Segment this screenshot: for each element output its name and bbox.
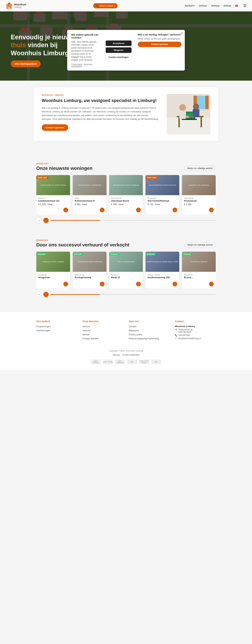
property-body: Maastricht Brusse... <box>182 272 216 282</box>
footer-link[interactable]: Beheer <box>82 333 90 336</box>
footer-link[interactable]: Contact <box>129 325 136 328</box>
footer-link[interactable]: Protocol toewijzing huurwoning <box>129 337 159 340</box>
property-detail-button[interactable]: › <box>100 208 104 212</box>
direct-contact-button[interactable]: 📞 Direct contact ▾ <box>93 3 118 8</box>
cookie-banner: Wij maken gebruik van cookies! Hallo, de… <box>67 30 185 70</box>
property-body: Berg en Terblijt Geulhemmerweg 22D <box>146 272 179 282</box>
sold-header: WONINGEN Door ons succesvol verhuurd of … <box>36 239 216 248</box>
svg-point-49 <box>179 104 186 111</box>
property-detail-button[interactable]: › <box>172 208 177 212</box>
footer-link[interactable]: Verkoop <box>82 329 90 332</box>
nav-beheer[interactable]: Beheer <box>224 4 231 7</box>
about-contact-button[interactable]: Contact opnemen <box>42 124 68 131</box>
property-image: Brusselseweg, Maastricht Verhuurd <box>182 252 216 272</box>
property-street: Geulhemmerweg 22D <box>148 276 177 279</box>
footer-bottom-link[interactable]: Sitemap <box>112 354 120 356</box>
footer-link[interactable]: Privacy policy <box>129 333 142 336</box>
property-street: Brusse... <box>184 276 214 279</box>
language-flag[interactable]: 🇬🇧 <box>235 4 239 7</box>
partner-logo: Logo - Funda <box>103 360 113 364</box>
newest-carousel-next[interactable]: › <box>43 218 49 223</box>
property-city: Hoensbroek <box>111 197 141 199</box>
property-detail-button[interactable]: › <box>172 282 177 286</box>
copyright-text: Copyright © 2025 · Woonhuis Limburg <box>36 350 216 352</box>
logo[interactable]: Woonhuis Limburg <box>6 2 26 10</box>
sold-carousel-prev[interactable]: ‹ <box>36 292 42 297</box>
footer-link[interactable]: Energie afsluiten <box>82 337 99 340</box>
reject-cookies-button[interactable]: Weigeren <box>106 47 132 53</box>
about-image <box>167 94 210 134</box>
property-body: Valkenburg Koninginneweg <box>73 272 106 282</box>
partner-logo: Logo - <box>127 360 137 364</box>
accept-cookies-button[interactable]: Accepteren <box>106 40 132 46</box>
contact-btn-label: Direct contact <box>100 4 113 7</box>
property-price: € 1.125,- /mnd <box>38 203 68 206</box>
property-badge: Verhuurd <box>182 253 192 256</box>
property-detail-button[interactable]: › <box>136 208 141 212</box>
hero-section: Eenvoudig je nieuwe thuis vinden bij Woo… <box>0 0 252 81</box>
footer-diensten-title: Onze diensten <box>82 320 123 323</box>
cookie-title: Wij maken gebruik van cookies! <box>71 33 99 39</box>
newest-carousel-controls: ‹ › <box>36 218 216 223</box>
footer-email-text: info@woonhuislimburg.nl <box>178 337 201 340</box>
footer-phone-text: 043-8521587 <box>178 334 190 336</box>
sold-carousel-next[interactable]: › <box>43 292 49 297</box>
property-city: Landgraaf <box>38 274 68 276</box>
privacy-link[interactable]: Privacybeleid <box>71 63 82 65</box>
footer-contact-phone: 📞 043-8521587 <box>175 334 216 336</box>
svg-point-52 <box>193 104 199 110</box>
newest-section: UITGELICHT Onze nieuwste woningen Bekijk… <box>0 154 252 231</box>
about-text: Wilt u uw woning in Limburg verkopen of … <box>42 106 158 121</box>
hero-cta-button[interactable]: Ons woningaanbod <box>11 60 41 67</box>
sell-box-close[interactable]: ✕ <box>181 32 183 35</box>
property-body: Hoensbroek Akerstraat Noord € 740,- /mnd <box>109 195 143 208</box>
about-tag: WOONHUIS LIMBURG <box>42 94 158 96</box>
about-section-outer: WOONHUIS LIMBURG Woonhuis Limburg, uw va… <box>0 87 252 154</box>
property-detail-button[interactable]: › <box>63 282 68 286</box>
footer-link[interactable]: Verhuur <box>82 325 90 328</box>
footer-bottom-link[interactable]: Cookie-instellingen <box>122 354 140 356</box>
logo-name: Woonhuis <box>14 3 26 6</box>
footer-contact-title: Contact <box>175 320 216 323</box>
footer-contact-name: Woonhuis Limburg <box>175 325 216 328</box>
property-image: Akerstraat Noord, 6431HT Hoensbroek <box>109 175 143 195</box>
logo-sub: Limburg <box>14 6 26 8</box>
hamburger-icon[interactable]: ☰ <box>243 4 246 8</box>
property-footer: › <box>146 208 179 214</box>
property-detail-button[interactable]: › <box>100 282 104 286</box>
sold-view-all-button[interactable]: Bekijk ons volledige aanbod <box>184 242 216 248</box>
property-detail-button[interactable]: › <box>209 282 214 286</box>
sold-section: WONINGEN Door ons succesvol verhuurd of … <box>0 231 252 305</box>
property-price: € 722,- /mnd <box>148 203 177 206</box>
footer-link[interactable]: Huurwoningen <box>36 329 50 332</box>
nav-verkoop[interactable]: Verkoop <box>211 4 220 7</box>
property-body: Landgraaf Hoogstraat <box>36 272 70 282</box>
nav-aanbod[interactable]: Aanbod ▾ <box>185 4 194 7</box>
newest-view-all-button[interactable]: Bekijk ons volledige aanbod <box>184 166 216 171</box>
property-detail-button[interactable]: › <box>209 208 214 212</box>
footer-over-title: Over ons <box>129 320 170 323</box>
sell-title: Wilt u uw woning verkopen / verhuren? <box>138 33 182 36</box>
footer-link[interactable]: Koopwoningen <box>36 325 51 328</box>
property-street: Akerstraat Noord <box>111 200 141 202</box>
property-detail-button[interactable]: › <box>136 282 141 286</box>
footer-over-list: ContactMakelaarsPrivacy policyProtocol t… <box>129 325 170 340</box>
newest-carousel-prev[interactable]: ‹ <box>36 218 42 223</box>
sell-text: Neem contact op voor een gratis adviesge… <box>138 38 182 40</box>
cookie-text: Hallo, deze website gebruikt essentiële … <box>71 40 99 62</box>
about-title: Woonhuis Limburg, uw vastgoed specialist… <box>42 98 158 104</box>
cookie-settings-button[interactable]: Cookie-instellingen <box>106 54 132 60</box>
partner-logo: Logo - Pararius <box>91 360 101 364</box>
footer-link[interactable]: Makelaars <box>129 329 139 332</box>
property-detail-button[interactable]: › <box>63 208 68 212</box>
nav-verhuur[interactable]: Verhuur <box>198 4 207 7</box>
property-image: Postststraat, 6041 Valkenburg <box>182 175 216 195</box>
property-body: Beek Kelmonderstraat 57 € 830,- /mnd <box>73 195 106 208</box>
property-card: Akerstraat Noord, 6431HT Hoensbroek Hoen… <box>109 175 143 214</box>
contact-sell-button[interactable]: Contact opnemen <box>138 42 182 47</box>
property-street: Markt 12 <box>111 276 141 279</box>
property-body: Heerlen Cambriumstraat 124 € 1.125,- /mn… <box>36 195 70 208</box>
property-street: Kelmonderstraat 57 <box>75 200 104 202</box>
property-city: Berg en Terblijt <box>148 274 177 276</box>
footer-aanbod-title: Ons aanbod <box>36 320 77 323</box>
